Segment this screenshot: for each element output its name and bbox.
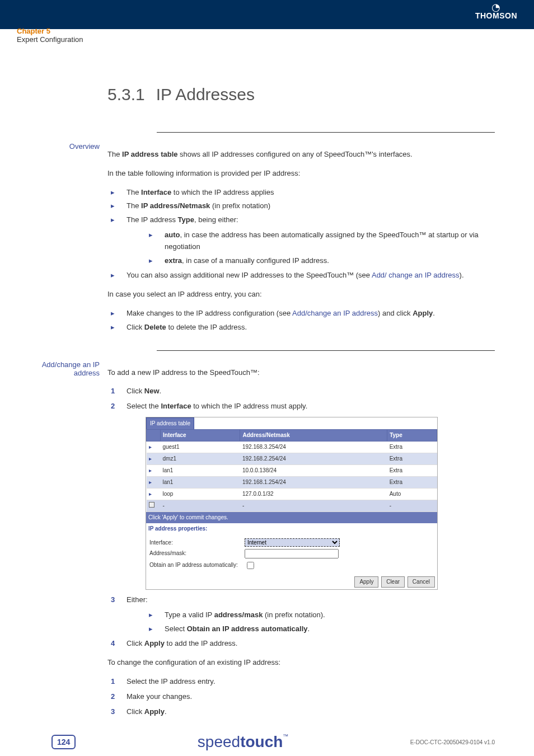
- doc-id: E-DOC-CTC-20050429-0104 v1.0: [410, 739, 495, 745]
- addr-label: Address/mask:: [149, 549, 245, 558]
- auto-checkbox[interactable]: [247, 562, 254, 569]
- table-row[interactable]: ▸guest1192.168.3.254/24Extra: [147, 441, 437, 453]
- page-number: 124: [51, 735, 76, 749]
- chapter-header: Chapter 5 Expert Configuration: [17, 27, 83, 44]
- auto-label: Obtain an IP address automatically:: [149, 561, 245, 570]
- table-row[interactable]: ▸lan110.0.0.138/24Extra: [147, 464, 437, 476]
- iface-label: Interface:: [149, 538, 245, 547]
- chapter-subtitle: Expert Configuration: [17, 35, 83, 44]
- thomson-logo: ◔ THOMSON: [475, 3, 517, 20]
- table-row[interactable]: ▸dmz1192.168.2.254/24Extra: [147, 453, 437, 464]
- clear-button[interactable]: Clear: [381, 576, 405, 588]
- ip-address-table-screenshot: IP address table Interface Address/Netma…: [146, 417, 438, 590]
- overview-body: The IP address table shows all IP addres…: [107, 142, 495, 337]
- interface-select[interactable]: Internet: [245, 538, 340, 547]
- table-row[interactable]: ▸lan1192.168.1.254/24Extra: [147, 476, 437, 488]
- speedtouch-brand: speedtouch™: [198, 733, 289, 751]
- add-change-body: To add a new IP address to the SpeedTouc…: [107, 360, 495, 721]
- props-heading: IP address properties:: [146, 523, 437, 534]
- table-tab: IP address table: [146, 417, 194, 429]
- logo-text: THOMSON: [475, 11, 517, 20]
- add-change-link[interactable]: Add/ change an IP address: [372, 271, 460, 279]
- apply-button[interactable]: Apply: [354, 576, 378, 588]
- new-row[interactable]: ---: [147, 500, 437, 511]
- page-footer: 124 speedtouch™ E-DOC-CTC-20050429-0104 …: [0, 733, 534, 751]
- add-change-link-2[interactable]: Add/change an IP address: [292, 309, 378, 317]
- chapter-number: Chapter 5: [17, 27, 83, 35]
- ip-table: Interface Address/Netmask Type ▸guest119…: [146, 429, 437, 512]
- cancel-button[interactable]: Cancel: [407, 576, 435, 588]
- top-bar: ◔ THOMSON: [0, 0, 534, 29]
- logo-icon: ◔: [475, 3, 517, 11]
- add-change-label: Add/change an IP address: [18, 360, 107, 377]
- table-row[interactable]: ▸loop127.0.0.1/32Auto: [147, 488, 437, 500]
- overview-label: Overview: [63, 142, 107, 151]
- divider: [157, 350, 495, 351]
- section-heading: 5.3.1IP Addresses: [107, 85, 495, 104]
- commit-message: Click 'Apply' to commit changes.: [146, 512, 437, 523]
- address-input[interactable]: [245, 549, 339, 558]
- divider: [157, 132, 495, 133]
